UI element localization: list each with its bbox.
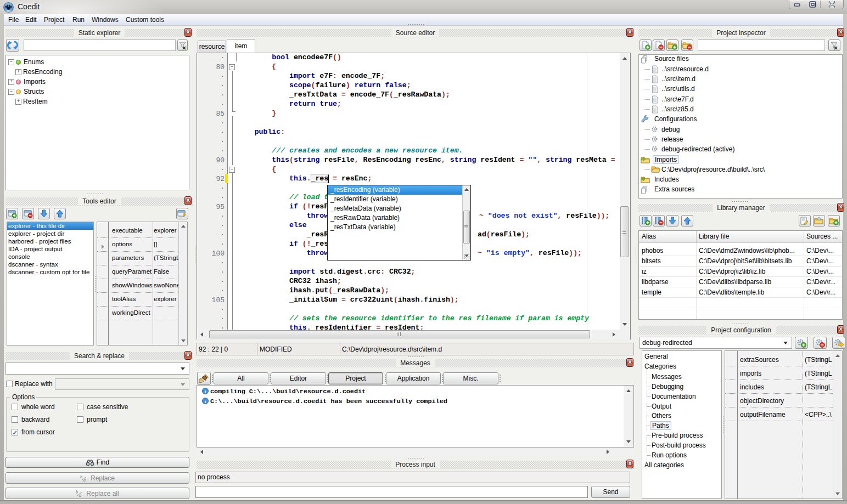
svg-text:b: b: [80, 474, 82, 479]
svg-text:b: b: [76, 490, 78, 495]
